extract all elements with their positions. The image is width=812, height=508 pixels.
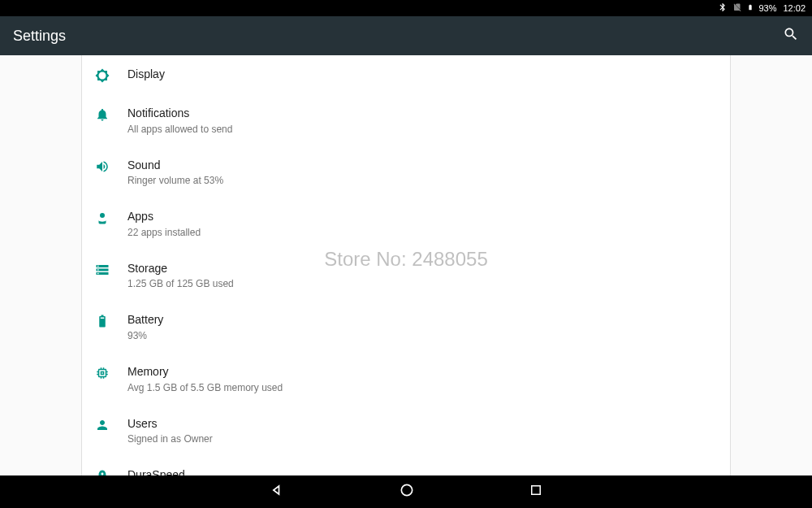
- settings-item-apps[interactable]: Apps 22 apps installed: [82, 198, 730, 250]
- settings-item-storage[interactable]: Storage 1.25 GB of 125 GB used: [82, 250, 730, 302]
- svg-rect-2: [532, 486, 541, 495]
- page-title: Settings: [13, 28, 66, 45]
- recents-icon: [529, 483, 543, 497]
- battery-icon: [747, 2, 754, 14]
- app-bar: Settings: [0, 16, 812, 55]
- item-title: Storage: [127, 261, 717, 277]
- memory-icon: [95, 364, 127, 380]
- item-title: Sound: [127, 158, 717, 174]
- item-title: DuraSpeed: [127, 467, 717, 475]
- bell-icon: [95, 106, 127, 122]
- clock: 12:02: [783, 3, 806, 13]
- item-title: Notifications: [127, 106, 717, 122]
- home-icon: [399, 482, 415, 498]
- item-subtitle: 1.25 GB of 125 GB used: [127, 278, 717, 289]
- apps-icon: [95, 209, 127, 225]
- item-subtitle: Signed in as Owner: [127, 433, 717, 445]
- item-subtitle: All apps allowed to send: [127, 124, 717, 135]
- item-subtitle: 93%: [127, 330, 717, 341]
- settings-item-duraspeed[interactable]: DuraSpeed OFF: [82, 456, 730, 475]
- back-icon: [269, 482, 285, 498]
- battery-item-icon: [95, 312, 127, 328]
- settings-item-display[interactable]: Display: [82, 55, 730, 94]
- volume-icon: [95, 158, 127, 174]
- display-icon: [95, 67, 127, 83]
- item-title: Memory: [127, 364, 717, 380]
- search-button[interactable]: [783, 26, 799, 46]
- home-button[interactable]: [399, 482, 415, 501]
- sim-off-icon: [732, 2, 742, 14]
- settings-item-sound[interactable]: Sound Ringer volume at 53%: [82, 146, 730, 198]
- settings-list: Display Notifications All apps allowed t…: [81, 55, 731, 475]
- item-subtitle: Ringer volume at 53%: [127, 175, 717, 186]
- item-subtitle: 22 apps installed: [127, 227, 717, 238]
- settings-item-memory[interactable]: Memory Avg 1.5 GB of 5.5 GB memory used: [82, 353, 730, 405]
- item-title: Battery: [127, 312, 717, 328]
- status-bar: 93% 12:02: [0, 0, 812, 16]
- item-subtitle: Avg 1.5 GB of 5.5 GB memory used: [127, 382, 717, 393]
- rocket-icon: [95, 467, 127, 475]
- back-button[interactable]: [269, 482, 285, 501]
- item-title: Display: [127, 67, 717, 83]
- svg-point-1: [401, 484, 412, 495]
- item-title: Apps: [127, 209, 717, 225]
- bluetooth-icon: [718, 2, 728, 14]
- person-icon: [95, 416, 127, 432]
- settings-item-notifications[interactable]: Notifications All apps allowed to send: [82, 94, 730, 146]
- search-icon: [783, 26, 799, 42]
- recents-button[interactable]: [529, 483, 543, 501]
- settings-item-users[interactable]: Users Signed in as Owner: [82, 405, 730, 457]
- settings-item-battery[interactable]: Battery 93%: [82, 301, 730, 353]
- item-title: Users: [127, 416, 717, 432]
- battery-percentage: 93%: [758, 3, 776, 13]
- svg-point-0: [100, 213, 105, 218]
- content-area: Display Notifications All apps allowed t…: [0, 55, 812, 475]
- navigation-bar: [0, 475, 812, 508]
- storage-icon: [95, 261, 127, 277]
